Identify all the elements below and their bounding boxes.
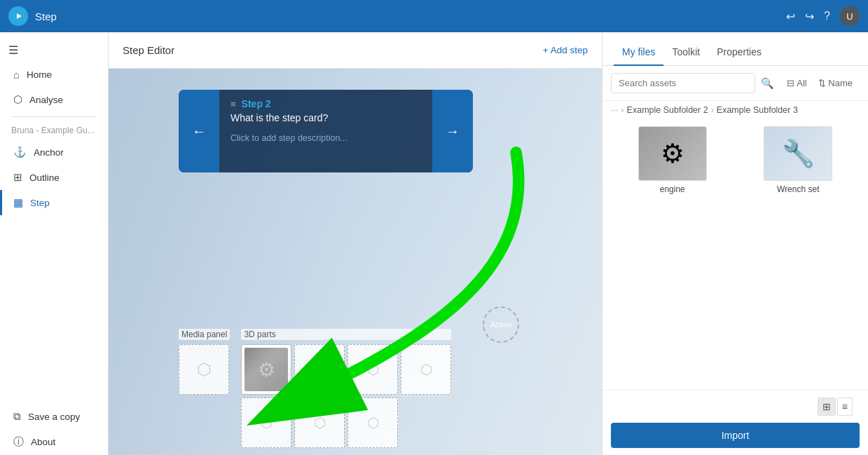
main-layout: ☰ ⌂ Home ⬡ Analyse Bruna - Example Gu...… — [0, 32, 868, 455]
parts-cell-6[interactable]: ⬡ — [294, 398, 345, 448]
filter-button[interactable]: ⊟ All — [783, 75, 811, 91]
media-panel-section: Media panel ⬡ — [179, 329, 230, 395]
sidebar-item-save-copy[interactable]: ⧉ Save a copy — [0, 404, 108, 429]
search-bar: 🔍 ⊟ All ⇅ Name — [602, 66, 868, 101]
sidebar-label-home: Home — [27, 69, 52, 80]
breadcrumb-dots[interactable]: ··· — [611, 105, 618, 115]
next-step-button[interactable]: → — [432, 90, 473, 172]
wrench-file-thumb: 🔧 — [764, 126, 832, 181]
parts-cell-7[interactable]: ⬡ — [347, 398, 398, 448]
breadcrumb-folder3[interactable]: Example Subfolder 3 — [717, 105, 798, 115]
step-number: ≡ Step 2 — [230, 98, 421, 109]
help-icon[interactable]: ? — [824, 10, 830, 22]
file-item-wrench[interactable]: 🔧 Wrench set — [740, 126, 857, 194]
file-item-engine[interactable]: ⚙ engine — [614, 126, 731, 194]
filter-icon: ⊟ — [787, 78, 794, 88]
parts-cell-5[interactable]: ⬡ — [241, 398, 291, 448]
sidebar-label-about: About — [31, 437, 55, 447]
sidebar-item-analyse[interactable]: ⬡ Analyse — [0, 87, 108, 112]
tab-toolkit[interactable]: Toolkit — [663, 42, 708, 66]
right-panel: My files Toolkit Properties 🔍 ⊟ All ⇅ Na… — [602, 32, 868, 455]
step-card-content: ≡ Step 2 What is the step card? Click to… — [219, 90, 432, 172]
step-icon: ▦ — [13, 196, 23, 209]
breadcrumb-folder2[interactable]: Example Subfolder 2 — [627, 105, 708, 115]
sidebar-item-about[interactable]: ⓘ About — [0, 429, 108, 455]
right-panel-tabs: My files Toolkit Properties — [602, 32, 868, 66]
content-area: Step Editor + Add step ← ≡ Step 2 — [109, 32, 602, 455]
sidebar-label-anchor: Anchor — [34, 147, 64, 158]
prev-arrow-icon: ← — [192, 123, 206, 140]
parts-grid: ⚙ ⬡ ⬡ ⬡ ⬡ — [241, 344, 451, 448]
add-step-label: + Add step — [543, 45, 588, 55]
view-icons: ⊞ ≡ — [611, 398, 860, 423]
panels-area: Media panel ⬡ 3D parts ⚙ — [179, 329, 451, 448]
media-panel-grid: ⬡ — [179, 344, 230, 395]
sidebar-bottom: ⧉ Save a copy ⓘ About — [0, 404, 108, 455]
parts-placeholder-icon-3: ⬡ — [367, 361, 379, 378]
parts-panel-label: 3D parts — [241, 329, 451, 340]
sidebar-item-home[interactable]: ⌂ Home — [0, 62, 108, 87]
undo-icon[interactable]: ↩ — [786, 10, 795, 23]
sidebar-breadcrumb: Bruna - Example Gu... — [0, 121, 108, 140]
parts-placeholder-icon-4: ⬡ — [420, 361, 432, 378]
engine-file-name: engine — [660, 184, 685, 194]
file-breadcrumb: ··· › Example Subfolder 2 › Example Subf… — [602, 101, 868, 119]
sidebar-label-step: Step — [30, 198, 50, 208]
avatar[interactable]: U — [840, 6, 860, 26]
topbar-actions: ↩ ↪ ? U — [786, 6, 860, 26]
engine-file-thumb: ⚙ — [638, 126, 707, 181]
engine-thumbnail: ⚙ — [244, 348, 288, 391]
action-button[interactable]: Action — [483, 306, 519, 343]
sidebar-hamburger[interactable]: ☰ — [0, 38, 108, 62]
sidebar-item-step[interactable]: ▦ Step — [0, 190, 108, 215]
media-placeholder-icon: ⬡ — [197, 360, 212, 379]
parts-cell-engine[interactable]: ⚙ — [241, 344, 291, 395]
parts-placeholder-icon-5: ⬡ — [261, 414, 273, 431]
step-card-nav: ← ≡ Step 2 What is the step card? Click … — [179, 90, 473, 172]
editor-header: Step Editor + Add step — [109, 32, 602, 69]
sidebar-item-outline[interactable]: ⊞ Outline — [0, 165, 108, 190]
next-arrow-icon: → — [446, 123, 460, 140]
parts-cell-3[interactable]: ⬡ — [347, 344, 398, 395]
view-list-icon: ≡ — [842, 401, 848, 412]
app-logo — [8, 6, 28, 26]
step-list-icon: ≡ — [230, 99, 236, 109]
view-list-button[interactable]: ≡ — [837, 398, 853, 416]
media-panel-label: Media panel — [179, 329, 230, 340]
sidebar-item-anchor[interactable]: ⚓ Anchor — [0, 140, 108, 165]
search-input[interactable] — [611, 73, 755, 93]
editor-canvas[interactable]: ← ≡ Step 2 What is the step card? Click … — [109, 69, 602, 455]
import-label: Import — [722, 430, 750, 441]
sidebar-label-save-copy: Save a copy — [28, 412, 80, 422]
sidebar-label-analyse: Analyse — [29, 95, 63, 105]
view-grid-button[interactable]: ⊞ — [818, 398, 836, 416]
breadcrumb-sep-2: › — [711, 105, 714, 115]
parts-cell-2[interactable]: ⬡ — [294, 344, 345, 395]
redo-icon[interactable]: ↪ — [805, 10, 814, 23]
sidebar-label-outline: Outline — [29, 172, 60, 183]
file-grid: ⚙ engine 🔧 Wrench set — [602, 119, 868, 390]
outline-icon: ⊞ — [13, 171, 22, 184]
home-icon: ⌂ — [13, 69, 20, 81]
action-label: Action — [490, 320, 512, 329]
step-card: ← ≡ Step 2 What is the step card? Click … — [179, 90, 473, 172]
add-step-button[interactable]: + Add step — [543, 45, 588, 55]
search-icon: 🔍 — [761, 77, 774, 90]
wrench-file-icon: 🔧 — [782, 138, 815, 169]
editor-title: Step Editor — [123, 44, 174, 56]
step-question[interactable]: What is the step card? — [230, 112, 421, 123]
topbar: Step ↩ ↪ ? U — [0, 0, 868, 32]
step-description[interactable]: Click to add step description... — [230, 133, 421, 164]
prev-step-button[interactable]: ← — [179, 90, 219, 172]
sort-button[interactable]: ⇅ Name — [814, 75, 857, 91]
media-cell-1[interactable]: ⬡ — [179, 344, 229, 395]
tab-properties[interactable]: Properties — [708, 42, 770, 66]
parts-placeholder-icon-7: ⬡ — [367, 414, 379, 431]
tab-my-files[interactable]: My files — [614, 42, 663, 66]
parts-placeholder-icon-2: ⬡ — [314, 361, 326, 378]
about-icon: ⓘ — [13, 435, 24, 449]
sort-icon: ⇅ — [818, 78, 826, 88]
parts-cell-4[interactable]: ⬡ — [401, 344, 451, 395]
view-grid-icon: ⊞ — [822, 401, 831, 412]
import-button[interactable]: Import — [611, 423, 860, 448]
